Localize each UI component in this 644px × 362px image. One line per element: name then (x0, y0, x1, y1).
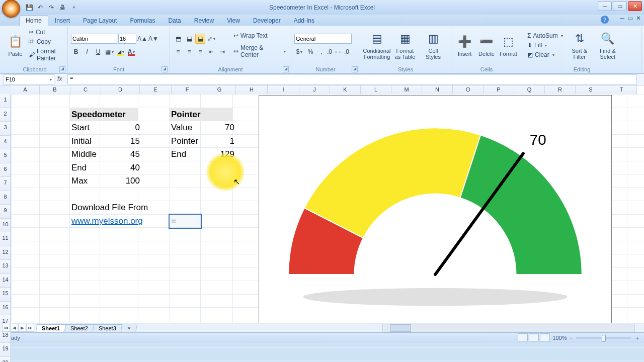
formula-input[interactable]: = (67, 74, 637, 84)
column-header[interactable]: O (453, 85, 484, 95)
fx-icon[interactable]: fx (57, 75, 65, 83)
column-header[interactable]: T (606, 85, 637, 95)
shrink-font-button[interactable]: A▼ (148, 34, 158, 44)
cell-D6[interactable]: 40 (100, 161, 142, 175)
horizontal-scrollbar[interactable] (382, 324, 635, 332)
cell-C9[interactable]: Download File From (69, 201, 150, 215)
align-bottom-button[interactable]: ⬓ (195, 34, 205, 44)
close-button[interactable]: ✕ (628, 1, 642, 11)
fill-color-button[interactable]: ◢ (115, 47, 125, 57)
column-header[interactable]: K (330, 85, 361, 95)
underline-button[interactable]: U (93, 47, 103, 57)
cell-C7[interactable]: Max (69, 174, 104, 189)
row-header[interactable]: 7 (0, 177, 11, 191)
cell-G5[interactable]: 129 (200, 147, 236, 162)
italic-button[interactable]: I (82, 47, 92, 57)
row-header[interactable]: 13 (0, 260, 11, 274)
embedded-chart[interactable]: 70 (259, 95, 612, 325)
paste-button[interactable]: 📋 Paste (5, 32, 26, 58)
align-right-button[interactable]: ≡ (195, 47, 205, 57)
comma-format-button[interactable]: , (316, 47, 327, 57)
column-header[interactable]: C (70, 85, 101, 95)
find-select-button[interactable]: 🔍Find & Select (594, 29, 621, 61)
column-header[interactable]: I (268, 85, 299, 95)
merge-center-button[interactable]: ⇔Merge & Center (231, 43, 288, 59)
format-as-table-button[interactable]: ▦Format as Table (391, 29, 419, 61)
zoom-out-button[interactable]: − (570, 335, 573, 341)
row-header[interactable]: 16 (0, 302, 11, 316)
row-header[interactable]: 15 (0, 288, 11, 302)
tab-addins[interactable]: Add-Ins (287, 15, 321, 26)
format-painter-button[interactable]: 🖌Format Painter (27, 47, 64, 63)
bold-button[interactable]: B (71, 47, 81, 57)
orientation-button[interactable]: ⤢ (206, 34, 216, 44)
increase-decimal-button[interactable]: .0→ (328, 47, 338, 57)
font-color-button[interactable]: A (126, 47, 136, 57)
column-header[interactable]: S (576, 85, 606, 95)
wrap-text-button[interactable]: ↩Wrap Text (231, 31, 288, 40)
help-icon[interactable]: ? (601, 16, 609, 24)
cell-F5[interactable]: End (169, 147, 204, 162)
sort-filter-button[interactable]: ⇅Sort & Filter (566, 29, 593, 61)
cell-D7[interactable]: 100 (100, 174, 142, 189)
tab-nav-last-button[interactable]: ⏭ (26, 324, 34, 332)
align-left-button[interactable]: ≡ (173, 47, 183, 57)
tab-view[interactable]: View (220, 15, 247, 26)
tab-nav-first-button[interactable]: ⏮ (2, 324, 10, 332)
workbook-close-button[interactable]: ✕ (636, 15, 641, 22)
minimize-button[interactable]: ─ (598, 1, 612, 11)
sheet-tab-1[interactable]: Sheet1 (35, 324, 66, 332)
cell-C3[interactable]: Start (69, 121, 104, 135)
zoom-slider[interactable] (576, 337, 631, 339)
border-button[interactable]: ▦ (104, 47, 114, 57)
align-top-button[interactable]: ⬒ (173, 34, 183, 44)
normal-view-button[interactable] (518, 333, 528, 341)
column-header[interactable]: M (391, 85, 422, 95)
ribbon-minimize-button[interactable]: ─ (620, 15, 624, 22)
column-header[interactable]: G (203, 85, 236, 95)
sheet-tab-2[interactable]: Sheet2 (64, 324, 94, 332)
column-header[interactable]: F (172, 85, 203, 95)
tab-formulas[interactable]: Formulas (123, 15, 162, 26)
cell-G3[interactable]: 70 (200, 121, 236, 135)
workbook-restore-button[interactable]: ▭ (627, 15, 633, 22)
cell-G4[interactable]: 1 (200, 134, 236, 149)
column-header[interactable]: R (545, 85, 576, 95)
column-header[interactable]: J (299, 85, 330, 95)
page-break-view-button[interactable] (540, 333, 550, 341)
clear-button[interactable]: ◩Clear (525, 50, 565, 59)
cell-C4[interactable]: Initial (69, 134, 104, 149)
cell-F4[interactable]: Pointer (169, 134, 204, 149)
grow-font-button[interactable]: A▲ (137, 34, 147, 44)
office-button[interactable] (2, 0, 20, 18)
cut-button[interactable]: ✂Cut (27, 28, 64, 37)
accounting-format-button[interactable]: $ (294, 47, 304, 57)
cell-D3[interactable]: 0 (100, 121, 142, 135)
column-header[interactable]: H (236, 85, 268, 95)
column-header[interactable]: E (140, 85, 172, 95)
number-dialog-launcher[interactable]: ◢ (352, 66, 358, 72)
cell-styles-button[interactable]: ▥Cell Styles (420, 29, 447, 61)
select-all-corner[interactable] (0, 85, 12, 95)
worksheet-grid[interactable]: ABCDEFGHIJKLMNOPQRST 1234567891011121314… (0, 85, 644, 323)
format-cells-button[interactable]: ⬚Format (498, 32, 519, 58)
cell-F3[interactable]: Value (169, 121, 204, 135)
delete-cells-button[interactable]: ➖Delete (476, 32, 497, 58)
zoom-level[interactable]: 100% (552, 335, 567, 341)
insert-cells-button[interactable]: ➕Insert (454, 32, 475, 58)
row-header[interactable]: 11 (0, 232, 11, 246)
maximize-button[interactable]: ▭ (613, 1, 627, 11)
align-middle-button[interactable]: ⬓ (184, 34, 194, 44)
tab-nav-next-button[interactable]: ▶ (18, 324, 26, 332)
row-header[interactable]: 4 (0, 136, 11, 150)
row-header[interactable]: 1 (0, 94, 11, 108)
conditional-formatting-button[interactable]: ▤Conditional Formatting (363, 29, 390, 61)
number-format-combo[interactable] (294, 34, 352, 44)
percent-format-button[interactable]: % (305, 47, 315, 57)
sheet-tab-3[interactable]: Sheet3 (92, 324, 122, 332)
row-header[interactable]: 8 (0, 191, 11, 205)
font-dialog-launcher[interactable]: ◢ (162, 66, 168, 72)
decrease-indent-button[interactable]: ⇤ (206, 47, 216, 57)
cell-D4[interactable]: 15 (100, 134, 142, 149)
row-header[interactable]: 19 (0, 343, 11, 357)
